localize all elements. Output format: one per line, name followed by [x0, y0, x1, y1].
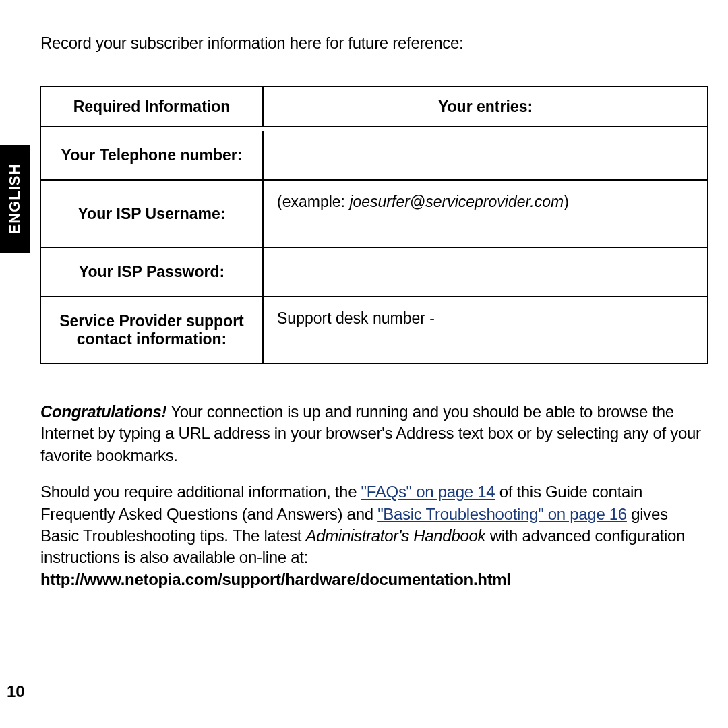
table-row: Your ISP Username: (example: joesurfer@s… [40, 180, 708, 247]
language-tab: ENGLISH [0, 145, 30, 253]
header-required-info: Required Information [40, 86, 263, 127]
entry-password [263, 247, 708, 297]
example-email: joesurfer@serviceprovider.com [349, 193, 564, 210]
congrats-word: Congratulations! [40, 402, 166, 421]
more-info-paragraph: Should you require additional informatio… [40, 481, 708, 590]
page-number: 10 [7, 682, 25, 701]
label-support: Service Provider support contact informa… [40, 297, 263, 364]
table-row: Your Telephone number: [40, 131, 708, 180]
p2-t1: Should you require additional informatio… [40, 483, 361, 501]
language-tab-label: ENGLISH [7, 164, 24, 235]
table-row: Service Provider support contact informa… [40, 297, 708, 364]
faqs-link[interactable]: "FAQs" on page 14 [361, 483, 495, 501]
documentation-url: http://www.netopia.com/support/hardware/… [40, 570, 511, 588]
label-telephone: Your Telephone number: [40, 131, 263, 180]
example-prefix: (example: [277, 193, 349, 210]
handbook-title: Administrator's Handbook [305, 526, 485, 545]
table-row: Your ISP Password: [40, 247, 708, 297]
congrats-paragraph: Congratulations! Your connection is up a… [40, 401, 708, 466]
entry-telephone [263, 131, 708, 180]
subscriber-info-table: Required Information Your entries: Your … [40, 86, 708, 364]
example-suffix: ) [564, 193, 569, 210]
entry-username: (example: joesurfer@serviceprovider.com) [263, 180, 708, 247]
intro-text: Record your subscriber information here … [40, 34, 708, 53]
header-your-entries: Your entries: [263, 86, 708, 127]
troubleshooting-link[interactable]: "Basic Troubleshooting" on page 16 [377, 505, 627, 523]
label-username: Your ISP Username: [40, 180, 263, 247]
entry-support: Support desk number - [263, 297, 708, 364]
label-password: Your ISP Password: [40, 247, 263, 297]
